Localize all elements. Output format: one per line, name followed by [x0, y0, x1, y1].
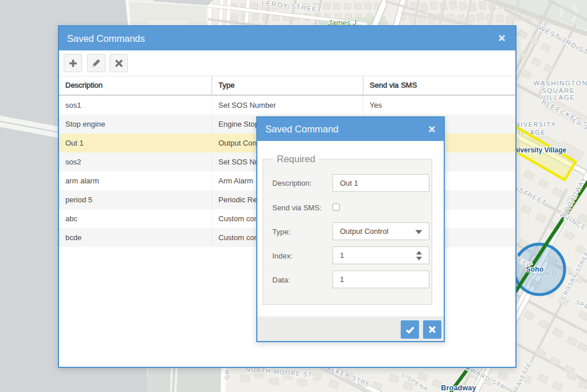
svg-text:SQUARE: SQUARE [542, 87, 575, 94]
svg-text:GR: GR [223, 369, 231, 380]
svg-text:University Village: University Village [509, 146, 566, 154]
svg-text:Soho: Soho [526, 265, 544, 273]
svg-text:Broadway: Broadway [441, 384, 476, 392]
svg-text:WASHINGTON: WASHINGTON [534, 80, 587, 87]
